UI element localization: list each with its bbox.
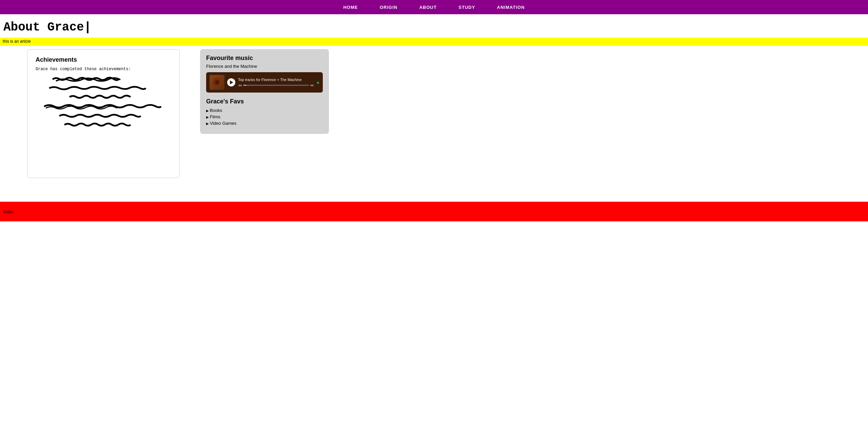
scribble-6 [36,122,171,128]
page-title: About Grace| [0,14,868,38]
artist-name: Florence and the Machine [206,64,323,69]
list-item: Books [206,108,323,113]
achievements-box: Achievements Grace has completed these a… [27,49,180,178]
achievements-content [36,76,171,128]
scribble-5 [36,113,171,119]
prev-button[interactable]: ⏮ [238,83,242,87]
favourite-music-box: Favourite music Florence and the Machine… [200,49,329,134]
main-content: Achievements Grace has completed these a… [0,46,868,188]
nav-study[interactable]: STUDY [458,5,475,10]
achievements-heading: Achievements [36,56,171,63]
album-art [210,75,224,90]
favourite-music-heading: Favourite music [206,55,323,62]
graces-favs: Grace's Favs Books Films Video Games [206,98,323,126]
next-button[interactable]: ⏭ [310,83,314,87]
scribble-3 [36,94,171,100]
footer: footer [0,202,868,221]
list-item: Video Games [206,121,323,126]
graces-favs-heading: Grace's Favs [206,98,323,105]
play-button[interactable] [227,78,235,86]
graces-favs-list: Books Films Video Games [206,108,323,126]
list-item: Films [206,114,323,119]
player-controls: ⏮ ⏭ [238,83,314,87]
progress-bar[interactable] [243,85,309,86]
article-bar-left: this is an article [0,38,431,46]
player-title: Top tracks for Florence + The Machine [238,78,314,82]
spotify-player: Top tracks for Florence + The Machine ⏮ … [206,72,323,93]
nav-about[interactable]: ABOUT [419,5,437,10]
album-art-image [211,77,223,88]
nav-home[interactable]: HOME [343,5,358,10]
right-column: Favourite music Florence and the Machine… [200,49,329,134]
achievements-description: Grace has completed these achievements: [36,67,171,72]
scribble-1 [36,76,171,82]
main-nav: HOME ORIGIN ABOUT STUDY ANIMATION [0,0,868,14]
article-bar-right [431,38,868,46]
scribble-4 [36,103,171,110]
player-info: Top tracks for Florence + The Machine ⏮ … [238,78,314,87]
nav-animation[interactable]: ANIMATION [497,5,525,10]
article-bar-text: this is an article [3,39,31,44]
footer-text: footer [3,210,14,214]
progress-fill [243,85,246,86]
spotify-icon: ● [317,80,319,85]
scribble-2 [36,85,171,91]
nav-origin[interactable]: ORIGIN [380,5,397,10]
svg-point-2 [216,81,218,83]
